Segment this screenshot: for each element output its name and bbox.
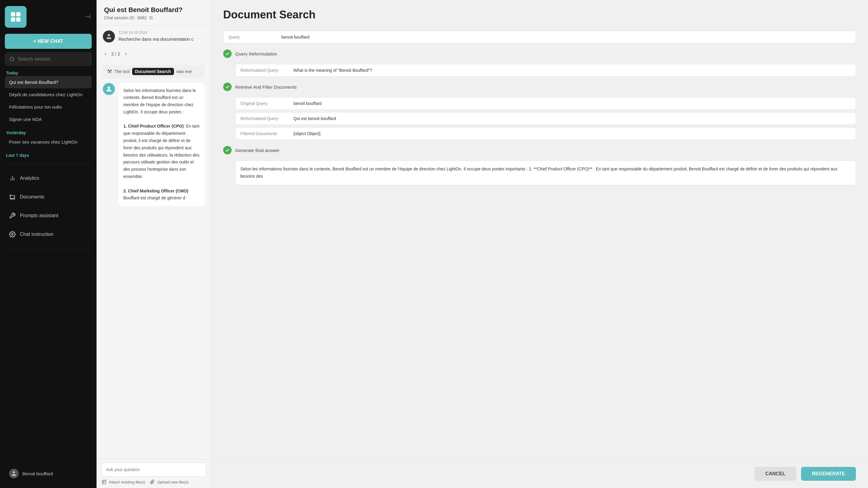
divider-nav	[5, 164, 92, 165]
check-icon-3	[225, 148, 230, 153]
search-input[interactable]	[18, 56, 87, 62]
sidebar: ⊣ + NEW CHAT Today Qui est Benoit Bouffa…	[0, 0, 96, 488]
attach-row: Attach existing file(s) Upload new file(…	[102, 480, 206, 484]
reformulated-query-value: What is the meaning of "Benoit Bouffard"…	[293, 68, 851, 73]
nav-item-analytics[interactable]: Analytics	[5, 171, 92, 186]
right-panel: Document Search Query benoit bouffard Qu…	[211, 0, 868, 488]
regenerate-button[interactable]: REGENERATE	[801, 467, 856, 481]
attach-existing-button[interactable]: Attach existing file(s)	[102, 480, 145, 484]
app-logo	[5, 6, 27, 28]
reformulated-query-row-2: Reformulated Query Qui est benoit bouffa…	[235, 112, 856, 125]
chat-item-depot[interactable]: Dépôt de candidatures chez LightOn	[5, 88, 92, 101]
chat-item-qui-est-benoit[interactable]: Qui est Benoit Bouffard?	[5, 76, 92, 88]
session-id: 6682	[137, 16, 147, 20]
svg-rect-13	[102, 480, 106, 484]
chart-icon	[9, 175, 16, 182]
chat-input-area: Attach existing file(s) Upload new file(…	[97, 459, 211, 488]
tool-suffix: was exe	[177, 69, 192, 74]
tool-icon: ⚒	[107, 68, 112, 75]
assistant-avatar	[103, 83, 115, 95]
new-chat-button[interactable]: + NEW CHAT	[5, 34, 92, 49]
search-session-box[interactable]	[5, 53, 92, 66]
pagination: ‹ 2 / 2 ›	[103, 48, 205, 60]
upload-new-button[interactable]: Upload new file(s)	[150, 480, 188, 484]
step-name-2: Retrieve And Filter Documents	[235, 85, 297, 90]
right-panel-footer: CANCEL REGENERATE	[211, 462, 868, 488]
check-circle-1	[223, 50, 231, 58]
user-avatar	[103, 30, 115, 42]
assistant-message-row: Selon les informations fournies dans le …	[103, 83, 205, 206]
original-query-label: Original Query	[240, 101, 289, 106]
check-circle-2	[223, 83, 231, 91]
chat-header: Qui est Benoit Bouffard? Chat session ID…	[97, 0, 211, 26]
logo-area: ⊣	[5, 6, 92, 28]
step-check-query-reformulation: Query Reformulation	[223, 48, 856, 59]
user-avatar-icon	[105, 33, 112, 40]
gear-icon	[9, 231, 16, 238]
last7days-section: Last 7 days	[5, 152, 92, 158]
chat-title: Qui est Benoit Bouffard?	[104, 6, 204, 14]
svg-point-12	[108, 87, 110, 89]
session-label: Chat session ID:	[104, 16, 135, 20]
divider-user	[5, 248, 92, 248]
avatar	[9, 469, 19, 478]
query-label: Query	[228, 35, 277, 39]
analytics-label: Analytics	[20, 176, 39, 181]
assistant-message-content: Selon les informations fournies dans le …	[119, 83, 205, 206]
yesterday-section: Yesterday Poser ses vacances chez LightO…	[5, 129, 92, 148]
query-field-row: Query benoit bouffard	[223, 31, 856, 43]
today-label: Today	[5, 69, 92, 76]
tool-name-badge[interactable]: Document Search	[132, 68, 174, 75]
svg-rect-3	[16, 18, 21, 22]
copy-icon[interactable]: ⧉	[149, 15, 153, 21]
attach-icon	[102, 480, 106, 484]
svg-point-4	[10, 57, 13, 61]
right-panel-header: Document Search	[211, 0, 868, 26]
chat-item-signer[interactable]: Signer une NDA	[5, 113, 92, 125]
step-query-reformulation-input: Query benoit bouffard	[223, 31, 856, 43]
final-answer-text: Selon les informations fournies dans le …	[240, 165, 851, 180]
nav-item-documents[interactable]: Documents	[5, 189, 92, 205]
chat-messages: 12:08 16-10-2024 Recherche dans ma docum…	[97, 26, 211, 459]
chat-panel: Qui est Benoit Bouffard? Chat session ID…	[96, 0, 211, 488]
query-value: benoit bouffard	[281, 35, 851, 39]
document-search-title: Document Search	[223, 8, 856, 21]
reformulated-query-label-2: Reformulated Query	[240, 116, 289, 121]
filtered-docs-row: Filtered Documents [object Object]	[235, 127, 856, 140]
final-answer-box: Selon les informations fournies dans le …	[235, 160, 856, 185]
nav-item-chat-instruction[interactable]: Chat instruction	[5, 227, 92, 242]
pagination-current: 2 / 2	[111, 51, 120, 56]
chat-input[interactable]	[102, 463, 206, 477]
right-panel-content: Query benoit bouffard Query Reformulatio…	[211, 26, 868, 462]
filtered-docs-value: [object Object]	[293, 131, 851, 136]
nav-item-prompts[interactable]: Prompts assistant	[5, 208, 92, 223]
chat-instruction-label: Chat instruction	[20, 232, 53, 237]
reformulated-query-label: Reformulated Query	[240, 68, 289, 73]
step-check-retrieve: Retrieve And Filter Documents	[223, 82, 856, 92]
pagination-prev[interactable]: ‹	[103, 50, 108, 58]
book-icon	[9, 194, 16, 200]
svg-rect-2	[11, 18, 15, 22]
user-message-row: 12:08 16-10-2024 Recherche dans ma docum…	[103, 30, 205, 43]
reformulated-query-value-2: Qui est benoit bouffard	[293, 116, 851, 121]
svg-rect-1	[16, 12, 21, 16]
tool-prefix: The tool	[114, 69, 130, 74]
collapse-button[interactable]: ⊣	[84, 12, 92, 22]
chat-session-row: Chat session ID: 6682 ⧉	[104, 15, 204, 21]
search-icon	[9, 56, 15, 62]
chat-item-vacances[interactable]: Poser ses vacances chez LightOn	[5, 136, 92, 148]
reformulated-query-row: Reformulated Query What is the meaning o…	[235, 64, 856, 77]
reformulated-query-section: Reformulated Query What is the meaning o…	[235, 64, 856, 77]
pagination-next[interactable]: ›	[123, 50, 128, 58]
retrieve-fields-section: Original Query benoit bouffard Reformula…	[235, 97, 856, 140]
user-name: Benoit bouffard	[22, 471, 53, 476]
upload-icon	[150, 480, 155, 484]
svg-point-11	[108, 34, 110, 36]
check-icon-2	[225, 85, 230, 89]
chat-item-felicitations[interactable]: Félicitations pour ton oulto	[5, 101, 92, 113]
message-timestamp: 12:08 16-10-2024	[119, 30, 205, 35]
message-text: Recherche dans ma documentation c	[119, 36, 205, 43]
cancel-button[interactable]: CANCEL	[754, 467, 796, 481]
assistant-message-text: Selon les informations fournies dans le …	[119, 83, 205, 206]
last7days-label: Last 7 days	[5, 152, 92, 158]
